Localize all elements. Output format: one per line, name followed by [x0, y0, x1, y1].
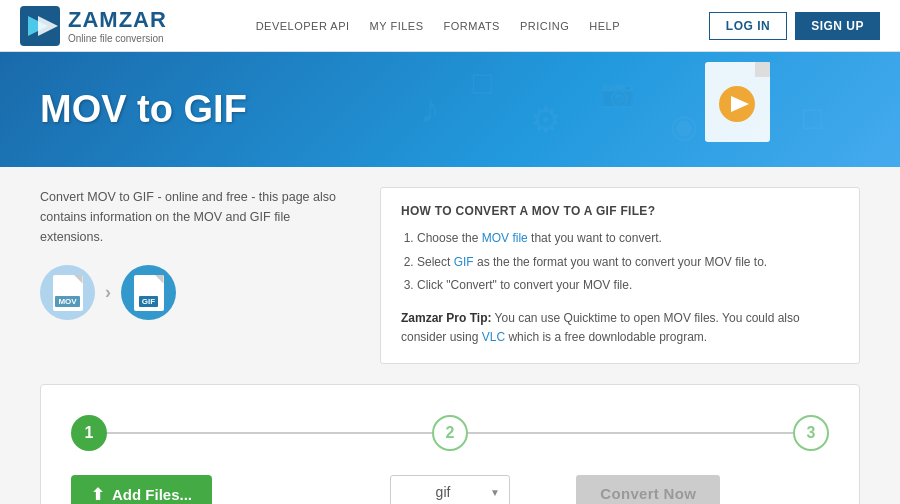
svg-text:◉: ◉	[670, 108, 698, 144]
hero-banner: MOV to GIF ♪ ◻ ⚙ 📷 ◉ ▶ ◻	[0, 52, 900, 167]
step-3-number: 3	[807, 424, 816, 442]
mov-icon-inner: MOV	[53, 275, 83, 311]
header: ZAMZAR Online file conversion DEVELOPER …	[0, 0, 900, 52]
logo-tagline: Online file conversion	[68, 33, 167, 44]
logo-text-area: ZAMZAR Online file conversion	[68, 7, 167, 44]
logo-area: ZAMZAR Online file conversion	[20, 6, 167, 46]
format-select-wrapper: gif mp4 avi mov png jpg ▼	[390, 475, 510, 504]
info-description: Convert MOV to GIF - online and free - t…	[40, 187, 350, 247]
format-col: gif mp4 avi mov png jpg ▼ Or choose a di…	[324, 475, 577, 504]
howto-box: HOW TO CONVERT A MOV TO A GIF FILE? Choo…	[380, 187, 860, 364]
gif-icon-inner: GIF	[134, 275, 164, 311]
steps-row: 1 2 3	[71, 415, 829, 451]
step-connector-1	[105, 432, 434, 434]
howto-step-1: Choose the MOV file that you want to con…	[417, 228, 839, 250]
nav-help[interactable]: HELP	[589, 20, 620, 32]
nav-formats[interactable]: FORMATS	[444, 20, 500, 32]
add-files-col: ⬆ Add Files... Drag & drop files, or sel…	[71, 475, 324, 504]
howto-step-3: Click "Convert" to convert your MOV file…	[417, 275, 839, 297]
svg-text:♪: ♪	[420, 86, 440, 130]
hero-title: MOV to GIF	[40, 88, 247, 131]
format-select[interactable]: gif mp4 avi mov png jpg	[390, 475, 510, 504]
hero-background: ♪ ◻ ⚙ 📷 ◉ ▶ ◻	[360, 52, 900, 167]
step-1-circle: 1	[71, 415, 107, 451]
howto-step-2: Select GIF as the the format you want to…	[417, 252, 839, 274]
gif-file-icon: GIF	[121, 265, 176, 320]
auth-buttons: LOG IN SIGN UP	[709, 12, 880, 40]
mov-file-icon: MOV	[40, 265, 95, 320]
nav-my-files[interactable]: MY FILES	[370, 20, 424, 32]
howto-title: HOW TO CONVERT A MOV TO A GIF FILE?	[401, 204, 839, 218]
svg-rect-12	[755, 62, 770, 77]
step-3-circle: 3	[793, 415, 829, 451]
step-connector-2	[466, 432, 795, 434]
step-2-number: 2	[446, 424, 455, 442]
main-content: Convert MOV to GIF - online and free - t…	[0, 167, 900, 504]
step-2-circle: 2	[432, 415, 468, 451]
svg-text:⚙: ⚙	[530, 100, 561, 139]
convert-now-button[interactable]: Convert Now	[576, 475, 720, 504]
add-files-button[interactable]: ⬆ Add Files...	[71, 475, 212, 504]
hero-file-icon	[700, 62, 780, 157]
conversion-icons: MOV › GIF	[40, 265, 350, 320]
howto-steps: Choose the MOV file that you want to con…	[401, 228, 839, 297]
info-row: Convert MOV to GIF - online and free - t…	[40, 187, 860, 364]
left-info: Convert MOV to GIF - online and free - t…	[40, 187, 350, 364]
logo-icon	[20, 6, 60, 46]
signup-button[interactable]: SIGN UP	[795, 12, 880, 40]
logo-name: ZAMZAR	[68, 7, 167, 33]
step-1-number: 1	[85, 424, 94, 442]
pro-tip-suffix: which is a free downlodable program.	[508, 330, 707, 344]
pro-tip-label: Zamzar Pro Tip:	[401, 311, 491, 325]
svg-text:◻: ◻	[800, 100, 825, 133]
nav: DEVELOPER API MY FILES FORMATS PRICING H…	[256, 20, 620, 32]
mov-ext-label: MOV	[55, 296, 79, 307]
conversion-arrow: ›	[105, 282, 111, 303]
gif-ext-label: GIF	[139, 296, 158, 307]
convert-col: Convert Now (And agree to our Terms ) ☑ …	[576, 475, 829, 504]
login-button[interactable]: LOG IN	[709, 12, 787, 40]
svg-text:📷: 📷	[600, 76, 635, 109]
add-files-label: Add Files...	[112, 486, 192, 503]
mov-link[interactable]: MOV file	[482, 231, 528, 245]
gif-link[interactable]: GIF	[454, 255, 474, 269]
actions-row: ⬆ Add Files... Drag & drop files, or sel…	[71, 475, 829, 504]
converter-box: 1 2 3 ⬆ Add Files... Drag & drop files, …	[40, 384, 860, 504]
svg-text:◻: ◻	[470, 65, 495, 98]
nav-pricing[interactable]: PRICING	[520, 20, 569, 32]
upload-icon: ⬆	[91, 485, 104, 504]
pro-tip: Zamzar Pro Tip: You can use Quicktime to…	[401, 309, 839, 347]
vlc-link[interactable]: VLC	[482, 330, 505, 344]
nav-developer-api[interactable]: DEVELOPER API	[256, 20, 350, 32]
